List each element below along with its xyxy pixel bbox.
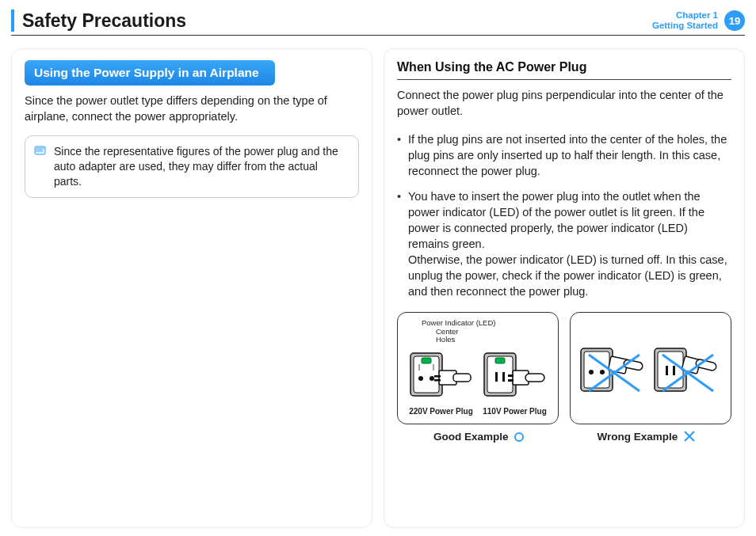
wrong-example-text: Wrong Example bbox=[597, 431, 678, 443]
note-text: Since the representative figures of the … bbox=[54, 144, 347, 189]
svg-rect-24 bbox=[658, 352, 683, 388]
airplane-power-intro: Since the power outlet type differs depe… bbox=[25, 93, 359, 124]
ac-plug-bullet-list: If the plug pins are not inserted into t… bbox=[397, 131, 731, 299]
svg-rect-25 bbox=[666, 366, 668, 375]
figure-wrong-example bbox=[570, 312, 731, 424]
label-110v: 110V Power Plug bbox=[483, 407, 547, 416]
svg-rect-16 bbox=[508, 379, 514, 382]
ac-plug-bullet-2: You have to insert the power plug into t… bbox=[397, 188, 731, 299]
illustration-wrong-220v bbox=[578, 340, 651, 405]
ac-plug-bullet-1: If the plug pins are not inserted into t… bbox=[397, 131, 731, 179]
svg-rect-8 bbox=[434, 379, 441, 382]
page-header: Safety Precautions Chapter 1 Getting Sta… bbox=[11, 10, 745, 36]
right-column: When Using the AC Power Plug Connect the… bbox=[384, 48, 745, 528]
chapter-line-1: Chapter 1 bbox=[652, 10, 718, 21]
subheading-ac-plug: When Using the AC Power Plug bbox=[397, 60, 731, 80]
figure-good-example: Power Indicator (LED) Center Holes bbox=[397, 312, 559, 424]
wrong-example-label: Wrong Example bbox=[597, 431, 695, 443]
chapter-line-2: Getting Started bbox=[652, 21, 718, 31]
note-box: Since the representative figures of the … bbox=[25, 135, 359, 198]
svg-rect-12 bbox=[502, 372, 505, 382]
svg-point-4 bbox=[430, 376, 434, 381]
ac-plug-intro: Connect the power plug pins perpendicula… bbox=[397, 88, 731, 119]
chapter-info: Chapter 1 Getting Started bbox=[652, 10, 718, 31]
page-title: Safety Precautions bbox=[22, 10, 652, 32]
svg-point-3 bbox=[418, 376, 423, 381]
wrong-mark-icon bbox=[684, 431, 695, 442]
svg-rect-0 bbox=[35, 146, 45, 154]
illustration-110v-outlet bbox=[481, 347, 549, 405]
callout-power-led: Power Indicator (LED) bbox=[422, 319, 552, 327]
svg-rect-14 bbox=[525, 374, 544, 382]
svg-point-20 bbox=[600, 370, 605, 374]
illustration-wrong-110v bbox=[651, 340, 724, 405]
label-220v: 220V Power Plug bbox=[409, 407, 473, 416]
led-icon bbox=[422, 358, 431, 363]
svg-rect-26 bbox=[673, 366, 675, 375]
callout-holes: Holes bbox=[436, 336, 552, 344]
left-column: Using the Power Supply in an Airplane Si… bbox=[11, 48, 372, 528]
led-icon bbox=[495, 358, 505, 363]
svg-rect-18 bbox=[584, 352, 609, 388]
svg-point-19 bbox=[589, 370, 594, 374]
note-icon bbox=[33, 144, 48, 189]
svg-rect-6 bbox=[453, 374, 471, 382]
svg-rect-7 bbox=[434, 375, 441, 378]
svg-rect-11 bbox=[495, 372, 498, 382]
header-accent-rule bbox=[11, 10, 14, 32]
good-mark-icon bbox=[514, 432, 524, 442]
good-example-text: Good Example bbox=[433, 431, 509, 443]
good-example-label: Good Example bbox=[433, 431, 524, 443]
section-pill-airplane-power: Using the Power Supply in an Airplane bbox=[25, 60, 275, 86]
illustration-220v-outlet bbox=[407, 347, 475, 405]
page-number-badge: 19 bbox=[724, 10, 745, 31]
svg-rect-15 bbox=[508, 374, 514, 377]
